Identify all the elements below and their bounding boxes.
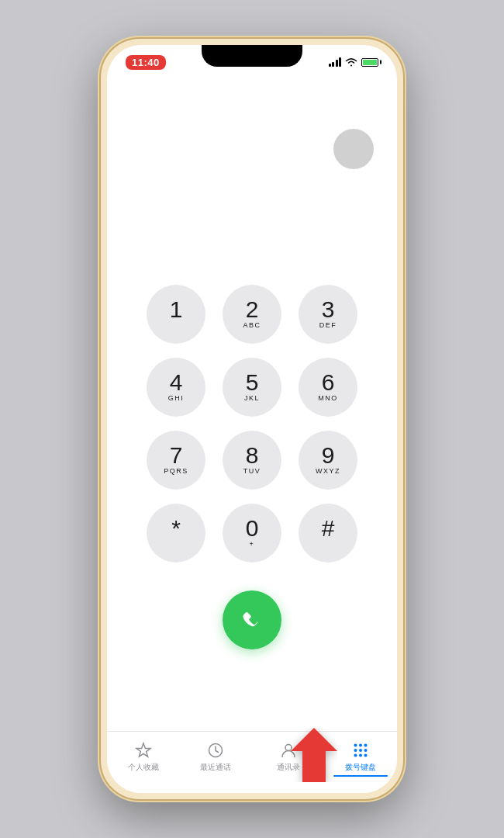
dial-3[interactable]: 3 DEF [299,285,357,344]
contact-area [123,79,381,219]
dial-1[interactable]: 1 [147,285,205,344]
wifi-icon [345,57,357,67]
svg-point-4 [364,744,368,747]
main-content: 1 2 ABC 3 DEF 4 GHI [107,79,397,731]
svg-point-7 [364,749,368,752]
clock-icon [206,741,225,760]
dial-6[interactable]: 6 MNO [299,358,357,417]
svg-point-3 [359,744,362,747]
svg-point-9 [359,754,362,757]
tab-recents-label: 最近通话 [200,762,231,773]
dial-4[interactable]: 4 GHI [147,358,205,417]
tab-bar: 个人收藏 最近通话 [107,731,397,793]
phone-icon [239,607,265,633]
call-button[interactable] [223,590,281,649]
notch [202,45,302,67]
status-icons [329,57,379,67]
dial-8[interactable]: 8 TUV [223,431,281,490]
call-row [223,590,281,649]
dial-9[interactable]: 9 WXYZ [299,431,357,490]
dial-5[interactable]: 5 JKL [223,358,281,417]
svg-point-2 [354,744,357,747]
dialpad-row-2: 4 GHI 5 JKL 6 MNO [147,358,357,417]
tab-keypad[interactable]: 拨号键盘 [333,741,388,777]
keypad-icon [351,741,370,760]
battery-icon [361,58,378,67]
svg-point-8 [354,754,357,757]
status-time: 11:40 [126,55,166,70]
phone-frame: 11:40 [101,39,403,799]
svg-point-10 [364,754,368,757]
dialpad: 1 2 ABC 3 DEF 4 GHI [123,219,381,731]
dial-star[interactable]: * [147,504,205,563]
dialpad-row-3: 7 PQRS 8 TUV 9 WXYZ [147,431,357,490]
tab-favorites[interactable]: 个人收藏 [116,741,171,773]
dial-2[interactable]: 2 ABC [223,285,281,344]
avatar [333,129,374,169]
dialpad-row-1: 1 2 ABC 3 DEF [147,285,357,344]
svg-marker-11 [291,728,337,782]
screen: 11:40 [107,45,397,793]
dial-7[interactable]: 7 PQRS [147,431,205,490]
red-arrow-indicator [291,728,337,785]
svg-point-6 [359,749,362,752]
signal-icon [329,57,342,67]
dialpad-row-4: * 0 + # [147,504,357,563]
star-icon [134,741,153,760]
tab-favorites-label: 个人收藏 [128,762,159,773]
dial-hash[interactable]: # [299,504,357,563]
dial-0[interactable]: 0 + [223,504,281,563]
svg-point-5 [354,749,357,752]
tab-keypad-label: 拨号键盘 [345,762,376,773]
tab-recents[interactable]: 最近通话 [188,741,243,773]
